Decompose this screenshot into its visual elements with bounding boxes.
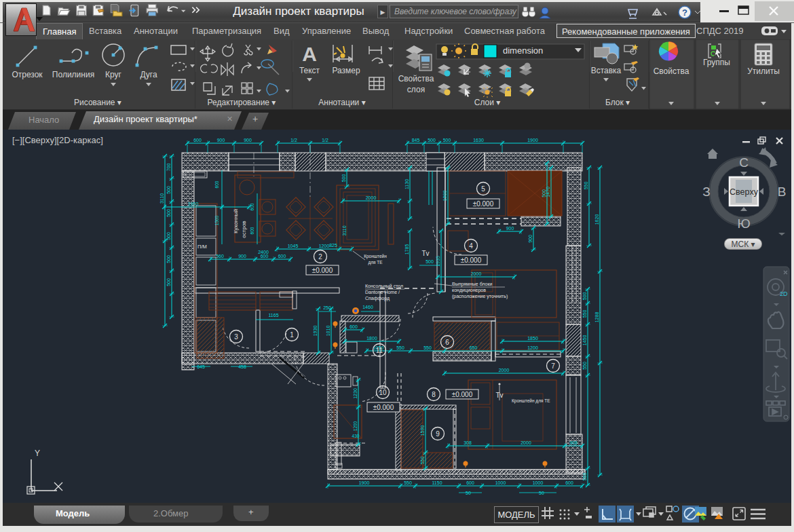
svg-text:900: 900 [238,254,246,259]
svg-text:900: 900 [244,138,252,142]
svg-text:Блок ▾: Блок ▾ [605,98,630,107]
svg-text:±0.000: ±0.000 [473,200,494,208]
svg-text:1930: 1930 [313,326,318,337]
svg-text:В: В [778,185,787,199]
svg-text:2000: 2000 [499,368,510,373]
svg-text:Отрезок: Отрезок [12,70,43,79]
svg-text:600: 600 [250,227,254,234]
svg-text:600: 600 [278,254,286,259]
svg-text:1620: 1620 [594,214,599,225]
svg-text:550: 550 [582,310,587,318]
svg-text:600: 600 [193,138,202,142]
svg-text:1010: 1010 [326,326,330,337]
svg-text:±0.000: ±0.000 [373,404,394,411]
svg-text:Кронштейн: Кронштейн [364,254,387,259]
svg-text:Tv: Tv [421,250,429,257]
svg-text:5: 5 [481,185,485,193]
svg-text:550: 550 [396,345,404,350]
svg-text:600: 600 [349,324,358,329]
svg-text:500: 500 [428,138,436,142]
svg-text:50: 50 [466,491,471,495]
svg-text:Свойства: Свойства [398,74,434,83]
svg-text:Аннотации ▾: Аннотации ▾ [318,98,365,107]
svg-text:908: 908 [569,440,578,445]
svg-text:500: 500 [443,138,451,142]
svg-text:550: 550 [582,362,587,370]
svg-text:Вставка: Вставка [591,66,622,75]
svg-text:550: 550 [584,182,588,190]
svg-text:2000: 2000 [471,271,482,276]
svg-text:1935: 1935 [436,256,440,267]
svg-text:?: ? [682,7,687,18]
svg-text:2000: 2000 [521,440,531,445]
svg-text:700: 700 [166,164,171,172]
svg-text:1900: 1900 [359,480,370,485]
svg-text:dimension: dimension [503,45,543,56]
svg-text:500: 500 [426,259,434,264]
svg-text:6: 6 [445,339,449,346]
svg-text:Y: Y [35,449,40,458]
svg-text:1045: 1045 [288,244,299,248]
svg-text:500: 500 [166,255,171,263]
svg-text:З: З [702,185,710,199]
svg-text:Утилиты: Утилиты [747,66,780,76]
svg-text:2D: 2D [780,290,788,297]
svg-text:560: 560 [216,254,224,259]
svg-text:1500: 1500 [214,215,219,225]
svg-text:50: 50 [539,491,544,495]
svg-text:1470: 1470 [546,187,550,197]
svg-text:1850: 1850 [527,336,538,341]
svg-text:458: 458 [238,364,246,369]
svg-text:1900: 1900 [442,191,447,202]
svg-text:Полилиния: Полилиния [52,70,94,79]
svg-text:2: 2 [318,253,322,261]
svg-text:308: 308 [464,440,472,445]
svg-text:500: 500 [341,174,346,183]
svg-text:Рисование ▾: Рисование ▾ [74,98,121,107]
svg-text:900: 900 [506,226,514,231]
svg-text:Сверху: Сверху [730,187,759,197]
svg-text:±0.000: ±0.000 [312,267,333,274]
svg-text:1630: 1630 [473,138,484,142]
svg-text:С: С [739,155,749,170]
svg-text:3110: 3110 [159,193,164,204]
svg-text:1150: 1150 [432,480,442,485]
svg-text:4: 4 [469,242,473,250]
svg-text:11: 11 [376,347,383,354]
svg-text:1130: 1130 [404,179,409,189]
svg-text:1950: 1950 [188,202,199,206]
svg-text:1200: 1200 [319,244,330,248]
svg-text:1200: 1200 [527,345,538,350]
svg-text:600: 600 [466,480,474,485]
svg-text:Спаффорд: Спаффорд [365,296,390,301]
svg-text:1000: 1000 [495,480,506,485]
svg-text:±0.000: ±0.000 [461,256,482,264]
svg-text:Ю: Ю [737,216,750,231]
svg-text:845: 845 [412,138,420,142]
svg-text:550: 550 [420,457,425,465]
svg-text:645: 645 [197,364,205,369]
svg-text:3110: 3110 [342,225,347,235]
svg-text:(расположение уточнить): (расположение уточнить) [452,294,508,299]
svg-text:Редактирование ▾: Редактирование ▾ [208,98,276,107]
svg-text:500: 500 [166,209,171,217]
svg-text:A: A [302,43,317,65]
svg-text:остров: остров [241,221,247,238]
svg-text:500: 500 [582,292,587,301]
svg-text:1590: 1590 [420,425,425,436]
svg-text:550: 550 [404,480,412,485]
svg-text:9: 9 [436,430,440,438]
svg-text:600: 600 [250,203,254,210]
svg-text:2000: 2000 [366,195,377,200]
svg-text:1230: 1230 [353,388,358,399]
svg-text:825: 825 [329,243,337,248]
svg-text:1200: 1200 [353,421,358,431]
svg-text:1288: 1288 [594,312,599,323]
svg-text:900: 900 [528,235,533,243]
svg-text:500: 500 [166,278,171,286]
svg-text:1800: 1800 [366,336,377,341]
svg-text:1/2: 1/2 [290,138,297,142]
svg-text:Dantone Home /: Dantone Home / [365,290,400,294]
svg-text:1000: 1000 [533,480,544,485]
svg-text:Свойства: Свойства [654,66,689,76]
